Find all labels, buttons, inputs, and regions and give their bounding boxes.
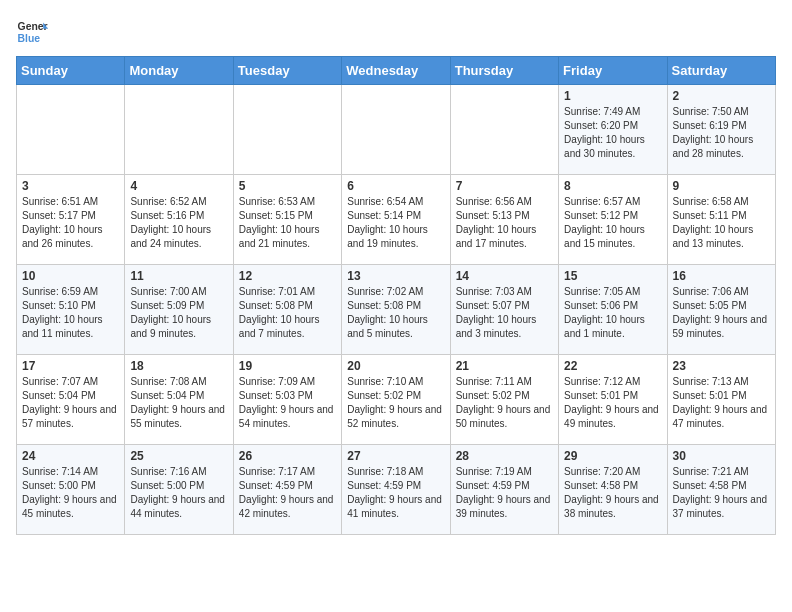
day-number: 23 [673,359,770,373]
day-info: Sunrise: 7:18 AM Sunset: 4:59 PM Dayligh… [347,465,444,521]
calendar-cell: 6Sunrise: 6:54 AM Sunset: 5:14 PM Daylig… [342,175,450,265]
day-info: Sunrise: 6:53 AM Sunset: 5:15 PM Dayligh… [239,195,336,251]
day-info: Sunrise: 6:52 AM Sunset: 5:16 PM Dayligh… [130,195,227,251]
day-info: Sunrise: 7:13 AM Sunset: 5:01 PM Dayligh… [673,375,770,431]
calendar-week-2: 3Sunrise: 6:51 AM Sunset: 5:17 PM Daylig… [17,175,776,265]
weekday-header-friday: Friday [559,57,667,85]
day-number: 6 [347,179,444,193]
day-number: 1 [564,89,661,103]
day-info: Sunrise: 7:02 AM Sunset: 5:08 PM Dayligh… [347,285,444,341]
day-info: Sunrise: 7:01 AM Sunset: 5:08 PM Dayligh… [239,285,336,341]
calendar-header-row: SundayMondayTuesdayWednesdayThursdayFrid… [17,57,776,85]
day-number: 18 [130,359,227,373]
day-number: 12 [239,269,336,283]
day-number: 26 [239,449,336,463]
calendar-cell: 7Sunrise: 6:56 AM Sunset: 5:13 PM Daylig… [450,175,558,265]
day-number: 28 [456,449,553,463]
day-info: Sunrise: 6:56 AM Sunset: 5:13 PM Dayligh… [456,195,553,251]
day-info: Sunrise: 7:07 AM Sunset: 5:04 PM Dayligh… [22,375,119,431]
day-number: 14 [456,269,553,283]
day-number: 13 [347,269,444,283]
weekday-header-tuesday: Tuesday [233,57,341,85]
day-number: 4 [130,179,227,193]
calendar-cell: 17Sunrise: 7:07 AM Sunset: 5:04 PM Dayli… [17,355,125,445]
calendar-cell: 18Sunrise: 7:08 AM Sunset: 5:04 PM Dayli… [125,355,233,445]
day-number: 17 [22,359,119,373]
calendar-cell [233,85,341,175]
calendar-cell: 2Sunrise: 7:50 AM Sunset: 6:19 PM Daylig… [667,85,775,175]
calendar-cell: 23Sunrise: 7:13 AM Sunset: 5:01 PM Dayli… [667,355,775,445]
calendar-cell: 14Sunrise: 7:03 AM Sunset: 5:07 PM Dayli… [450,265,558,355]
day-number: 3 [22,179,119,193]
day-info: Sunrise: 6:58 AM Sunset: 5:11 PM Dayligh… [673,195,770,251]
day-info: Sunrise: 6:57 AM Sunset: 5:12 PM Dayligh… [564,195,661,251]
calendar-cell: 10Sunrise: 6:59 AM Sunset: 5:10 PM Dayli… [17,265,125,355]
day-number: 30 [673,449,770,463]
day-info: Sunrise: 7:12 AM Sunset: 5:01 PM Dayligh… [564,375,661,431]
day-number: 15 [564,269,661,283]
day-info: Sunrise: 7:16 AM Sunset: 5:00 PM Dayligh… [130,465,227,521]
calendar-cell: 20Sunrise: 7:10 AM Sunset: 5:02 PM Dayli… [342,355,450,445]
weekday-header-monday: Monday [125,57,233,85]
day-info: Sunrise: 6:59 AM Sunset: 5:10 PM Dayligh… [22,285,119,341]
calendar-week-1: 1Sunrise: 7:49 AM Sunset: 6:20 PM Daylig… [17,85,776,175]
calendar-cell: 9Sunrise: 6:58 AM Sunset: 5:11 PM Daylig… [667,175,775,265]
day-number: 8 [564,179,661,193]
day-number: 22 [564,359,661,373]
day-number: 19 [239,359,336,373]
weekday-header-wednesday: Wednesday [342,57,450,85]
day-info: Sunrise: 7:10 AM Sunset: 5:02 PM Dayligh… [347,375,444,431]
day-info: Sunrise: 7:08 AM Sunset: 5:04 PM Dayligh… [130,375,227,431]
calendar-week-4: 17Sunrise: 7:07 AM Sunset: 5:04 PM Dayli… [17,355,776,445]
weekday-header-sunday: Sunday [17,57,125,85]
calendar-cell: 12Sunrise: 7:01 AM Sunset: 5:08 PM Dayli… [233,265,341,355]
calendar-body: 1Sunrise: 7:49 AM Sunset: 6:20 PM Daylig… [17,85,776,535]
day-number: 29 [564,449,661,463]
day-info: Sunrise: 7:03 AM Sunset: 5:07 PM Dayligh… [456,285,553,341]
day-info: Sunrise: 7:50 AM Sunset: 6:19 PM Dayligh… [673,105,770,161]
svg-text:Blue: Blue [18,33,41,44]
logo: General Blue [16,16,52,48]
calendar-cell: 25Sunrise: 7:16 AM Sunset: 5:00 PM Dayli… [125,445,233,535]
day-number: 10 [22,269,119,283]
page-header: General Blue [16,16,776,48]
day-number: 27 [347,449,444,463]
calendar-cell: 24Sunrise: 7:14 AM Sunset: 5:00 PM Dayli… [17,445,125,535]
day-number: 24 [22,449,119,463]
calendar-table: SundayMondayTuesdayWednesdayThursdayFrid… [16,56,776,535]
day-number: 9 [673,179,770,193]
calendar-cell: 15Sunrise: 7:05 AM Sunset: 5:06 PM Dayli… [559,265,667,355]
calendar-cell: 5Sunrise: 6:53 AM Sunset: 5:15 PM Daylig… [233,175,341,265]
calendar-cell: 8Sunrise: 6:57 AM Sunset: 5:12 PM Daylig… [559,175,667,265]
calendar-cell: 19Sunrise: 7:09 AM Sunset: 5:03 PM Dayli… [233,355,341,445]
day-number: 25 [130,449,227,463]
calendar-cell: 11Sunrise: 7:00 AM Sunset: 5:09 PM Dayli… [125,265,233,355]
day-info: Sunrise: 6:54 AM Sunset: 5:14 PM Dayligh… [347,195,444,251]
day-info: Sunrise: 7:11 AM Sunset: 5:02 PM Dayligh… [456,375,553,431]
calendar-cell: 1Sunrise: 7:49 AM Sunset: 6:20 PM Daylig… [559,85,667,175]
calendar-cell: 26Sunrise: 7:17 AM Sunset: 4:59 PM Dayli… [233,445,341,535]
calendar-week-3: 10Sunrise: 6:59 AM Sunset: 5:10 PM Dayli… [17,265,776,355]
day-info: Sunrise: 7:17 AM Sunset: 4:59 PM Dayligh… [239,465,336,521]
day-info: Sunrise: 6:51 AM Sunset: 5:17 PM Dayligh… [22,195,119,251]
logo-icon: General Blue [16,16,48,48]
calendar-cell: 29Sunrise: 7:20 AM Sunset: 4:58 PM Dayli… [559,445,667,535]
calendar-cell: 16Sunrise: 7:06 AM Sunset: 5:05 PM Dayli… [667,265,775,355]
day-info: Sunrise: 7:06 AM Sunset: 5:05 PM Dayligh… [673,285,770,341]
calendar-cell: 3Sunrise: 6:51 AM Sunset: 5:17 PM Daylig… [17,175,125,265]
calendar-cell [17,85,125,175]
day-number: 21 [456,359,553,373]
day-number: 7 [456,179,553,193]
calendar-cell [125,85,233,175]
calendar-cell: 21Sunrise: 7:11 AM Sunset: 5:02 PM Dayli… [450,355,558,445]
calendar-cell: 28Sunrise: 7:19 AM Sunset: 4:59 PM Dayli… [450,445,558,535]
calendar-cell: 22Sunrise: 7:12 AM Sunset: 5:01 PM Dayli… [559,355,667,445]
day-info: Sunrise: 7:20 AM Sunset: 4:58 PM Dayligh… [564,465,661,521]
day-info: Sunrise: 7:05 AM Sunset: 5:06 PM Dayligh… [564,285,661,341]
day-number: 11 [130,269,227,283]
day-info: Sunrise: 7:21 AM Sunset: 4:58 PM Dayligh… [673,465,770,521]
calendar-cell: 30Sunrise: 7:21 AM Sunset: 4:58 PM Dayli… [667,445,775,535]
day-info: Sunrise: 7:09 AM Sunset: 5:03 PM Dayligh… [239,375,336,431]
calendar-cell [342,85,450,175]
weekday-header-saturday: Saturday [667,57,775,85]
